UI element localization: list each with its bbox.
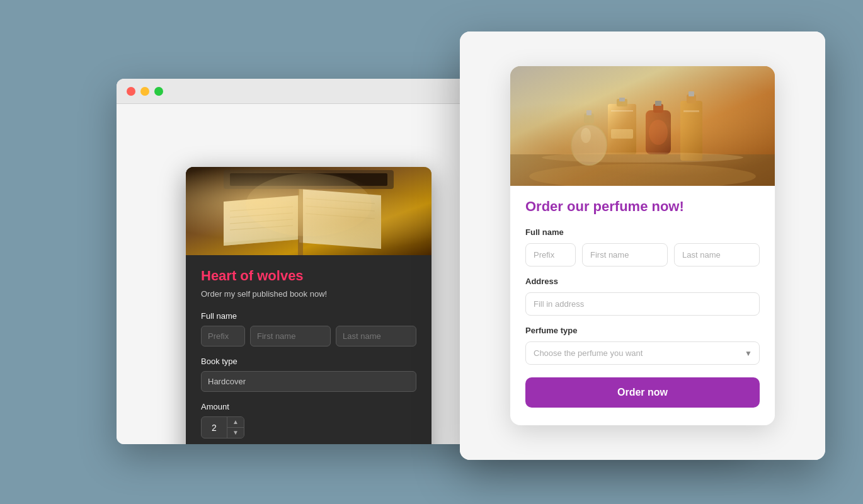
svg-marker-3 (224, 195, 299, 246)
svg-marker-9 (299, 189, 381, 249)
svg-point-14 (246, 173, 372, 236)
book-type-label: Book type (201, 357, 416, 366)
svg-rect-34 (683, 110, 699, 112)
svg-rect-19 (617, 99, 627, 106)
svg-rect-18 (608, 104, 636, 154)
svg-line-11 (306, 206, 375, 211)
prefix-input[interactable] (201, 326, 245, 346)
svg-rect-15 (510, 66, 775, 186)
address-input[interactable] (525, 292, 760, 316)
stepper-down-button[interactable]: ▼ (227, 427, 244, 438)
first-name-input[interactable] (250, 326, 331, 346)
order-now-button[interactable]: Order now (525, 377, 760, 408)
address-section: Address (525, 277, 760, 316)
svg-rect-20 (619, 98, 625, 101)
amount-row: 2 ▲ ▼ (201, 416, 416, 438)
svg-point-26 (649, 120, 668, 145)
svg-rect-13 (298, 189, 303, 255)
perfume-type-wrapper: Choose the perfume you want Rose Essence… (525, 341, 760, 365)
svg-rect-2 (230, 173, 387, 186)
perfume-card-body: Order our perfume now! Full name Address… (510, 186, 775, 425)
svg-rect-23 (646, 110, 671, 154)
svg-line-7 (230, 219, 293, 224)
svg-rect-28 (584, 113, 594, 123)
perfume-card-image (510, 66, 775, 186)
perfume-full-name-label: Full name (525, 227, 760, 237)
perfume-first-name-input[interactable] (582, 243, 668, 266)
svg-point-17 (529, 164, 756, 186)
svg-rect-1 (224, 170, 394, 189)
svg-marker-4 (224, 236, 299, 246)
svg-rect-32 (687, 94, 696, 103)
perfume-form-card: Order our perfume now! Full name Address… (510, 66, 775, 425)
perfume-browser-content: Order our perfume now! Full name Address… (460, 32, 825, 460)
svg-rect-29 (586, 110, 592, 115)
address-label: Address (525, 277, 760, 286)
book-type-select[interactable]: Hardcover Paperback eBook (201, 371, 416, 392)
perfume-type-select[interactable]: Choose the perfume you want Rose Essence… (525, 341, 760, 365)
minimize-dot[interactable] (140, 87, 149, 96)
book-subtitle: Order my self published book now! (201, 289, 416, 299)
svg-rect-0 (186, 167, 432, 255)
svg-point-30 (581, 128, 591, 143)
svg-line-5 (230, 207, 293, 211)
stepper-value: 2 (202, 419, 227, 437)
last-name-input[interactable] (336, 326, 416, 346)
maximize-dot[interactable] (154, 87, 163, 96)
svg-rect-33 (689, 91, 694, 96)
perfume-browser-window: Order our perfume now! Full name Address… (460, 32, 825, 460)
perfume-type-label: Perfume type (525, 326, 760, 335)
svg-rect-31 (680, 101, 702, 161)
svg-rect-25 (655, 101, 661, 106)
full-name-label: Full name (201, 311, 416, 321)
book-card-body: Heart of wolves Order my self published … (186, 255, 432, 444)
svg-point-35 (542, 152, 743, 163)
close-dot[interactable] (127, 87, 135, 96)
stepper-buttons: ▲ ▼ (227, 417, 244, 438)
svg-rect-16 (510, 154, 775, 186)
perfume-title: Order our perfume now! (525, 198, 760, 215)
amount-stepper: 2 ▲ ▼ (201, 416, 244, 438)
amount-label: Amount (201, 402, 416, 411)
svg-line-6 (230, 213, 293, 217)
perfume-illustration (510, 66, 775, 186)
book-card-image (186, 167, 432, 255)
perfume-name-row (525, 243, 760, 266)
stepper-up-button[interactable]: ▲ (227, 417, 244, 427)
svg-line-8 (230, 226, 293, 230)
name-row (201, 326, 416, 346)
book-illustration (186, 167, 432, 255)
svg-rect-22 (611, 129, 633, 139)
perfume-last-name-input[interactable] (674, 243, 760, 266)
perfume-prefix-input[interactable] (525, 243, 576, 266)
svg-rect-21 (611, 110, 633, 112)
book-title: Heart of wolves (201, 268, 416, 284)
svg-rect-24 (653, 104, 663, 113)
svg-line-12 (306, 214, 375, 219)
svg-point-27 (571, 125, 607, 165)
book-form-card: Heart of wolves Order my self published … (186, 167, 432, 444)
svg-line-10 (306, 198, 375, 203)
